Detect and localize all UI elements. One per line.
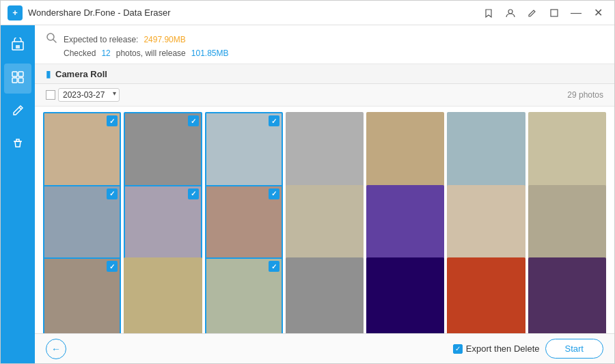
- photo-cell[interactable]: [366, 185, 444, 263]
- main-layout: Expected to release: 2497.90MB Checked 1…: [1, 25, 614, 363]
- photo-cell[interactable]: [366, 257, 444, 333]
- edit-button[interactable]: [523, 3, 542, 23]
- photo-check-badge: ✓: [269, 188, 279, 199]
- home-icon: [11, 38, 25, 55]
- photo-cell[interactable]: [528, 112, 606, 190]
- photo-cell[interactable]: [366, 112, 444, 190]
- photo-check-badge: ✓: [269, 115, 279, 126]
- checked-value: 101.85MB: [191, 48, 229, 58]
- back-button[interactable]: ←: [46, 339, 66, 359]
- photo-cell[interactable]: ✓: [205, 112, 283, 190]
- minus-icon: ▮: [46, 68, 51, 79]
- photo-cell[interactable]: [528, 185, 606, 263]
- info-bar: Expected to release: 2497.90MB Checked 1…: [35, 25, 614, 64]
- sidebar-item-erase[interactable]: [4, 64, 31, 94]
- photo-grid: ✓✓✓✓✓✓✓✓: [35, 107, 614, 333]
- photo-cell[interactable]: [447, 257, 525, 333]
- photo-cell[interactable]: [528, 257, 606, 333]
- photo-cell[interactable]: ✓: [205, 257, 283, 333]
- photo-check-badge: ✓: [188, 188, 199, 199]
- expected-label: Expected to release:: [64, 35, 138, 44]
- bottom-bar: ← ✓ Export then Delete Start: [35, 333, 614, 363]
- checked-count: 12: [101, 48, 110, 58]
- close-button[interactable]: ✕: [588, 3, 607, 23]
- filter-row: 2023-03-27 29 photos: [35, 84, 614, 107]
- photo-cell[interactable]: ✓: [43, 185, 121, 263]
- photo-cell[interactable]: [286, 185, 364, 263]
- erase-icon: [11, 70, 25, 87]
- info-row-expected: Expected to release: 2497.90MB: [46, 32, 603, 47]
- window-controls: — ✕: [479, 3, 607, 23]
- window-button[interactable]: [545, 3, 564, 23]
- svg-rect-6: [12, 78, 17, 83]
- date-dropdown-wrap: 2023-03-27: [58, 88, 120, 102]
- photo-cell[interactable]: ✓: [43, 112, 121, 190]
- svg-rect-7: [18, 78, 23, 83]
- main-window: + Wondershare Dr.Fone - Data Eraser — ✕: [0, 0, 615, 364]
- photo-count: 29 photos: [567, 90, 603, 100]
- checked-mid: photos, will release: [116, 48, 186, 58]
- date-checkbox[interactable]: [46, 90, 55, 100]
- photo-check-badge: ✓: [107, 115, 118, 126]
- photo-check-badge: ✓: [188, 115, 199, 126]
- date-filter-wrap: 2023-03-27: [46, 88, 120, 102]
- svg-rect-1: [551, 10, 558, 16]
- section-header: ▮ Camera Roll: [35, 64, 614, 84]
- svg-point-0: [508, 10, 512, 14]
- photo-cell[interactable]: ✓: [124, 185, 202, 263]
- clean-icon: [11, 136, 25, 153]
- photo-cell[interactable]: [286, 257, 364, 333]
- sidebar-item-clean[interactable]: [4, 129, 31, 159]
- sidebar-item-edit[interactable]: [4, 96, 31, 126]
- svg-rect-3: [16, 45, 20, 48]
- expected-value: 2497.90MB: [144, 35, 185, 44]
- checked-prefix: Checked: [64, 48, 96, 58]
- section-title: Camera Roll: [55, 69, 107, 79]
- app-logo: +: [8, 5, 23, 20]
- svg-rect-4: [12, 72, 17, 76]
- magnify-icon: [46, 32, 58, 47]
- profile-button[interactable]: [501, 3, 520, 23]
- photo-check-badge: ✓: [107, 188, 118, 199]
- logo-icon: +: [12, 8, 18, 18]
- start-button[interactable]: Start: [545, 339, 603, 359]
- window-title: Wondershare Dr.Fone - Data Eraser: [28, 8, 479, 18]
- bookmark-button[interactable]: [479, 3, 498, 23]
- photo-cell[interactable]: [447, 185, 525, 263]
- export-checkbox-icon: ✓: [453, 344, 463, 354]
- edit-icon: [11, 103, 25, 120]
- photo-cell[interactable]: ✓: [124, 112, 202, 190]
- svg-rect-5: [18, 72, 23, 76]
- sidebar: [1, 25, 35, 363]
- photo-cell[interactable]: [447, 112, 525, 190]
- photo-check-badge: ✓: [107, 261, 118, 272]
- photo-cell[interactable]: [286, 112, 364, 190]
- sidebar-item-home[interactable]: [4, 31, 31, 61]
- export-wrap: ✓ Export then Delete Start: [453, 339, 603, 359]
- info-row-checked: Checked 12 photos, will release 101.85MB: [46, 48, 603, 58]
- titlebar: + Wondershare Dr.Fone - Data Eraser — ✕: [1, 1, 614, 25]
- export-label: Export then Delete: [466, 344, 540, 354]
- content-area: Expected to release: 2497.90MB Checked 1…: [35, 25, 614, 363]
- photo-check-badge: ✓: [269, 261, 279, 272]
- photo-cell[interactable]: [124, 257, 202, 333]
- checkmark-icon: ✓: [455, 345, 461, 352]
- date-dropdown[interactable]: 2023-03-27: [58, 88, 120, 102]
- photo-cell[interactable]: ✓: [43, 257, 121, 333]
- export-checkbox-label[interactable]: ✓ Export then Delete: [453, 344, 540, 354]
- minimize-button[interactable]: —: [566, 3, 586, 23]
- photo-cell[interactable]: ✓: [205, 185, 283, 263]
